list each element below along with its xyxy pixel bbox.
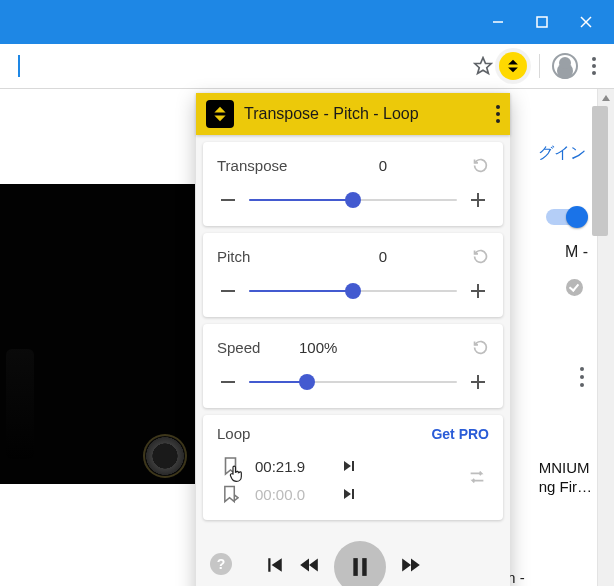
- verified-badge-icon: [566, 279, 583, 296]
- svg-marker-8: [214, 107, 225, 113]
- fast-forward-button[interactable]: [400, 556, 422, 578]
- browser-toolbar: [0, 44, 614, 89]
- svg-marker-9: [214, 116, 225, 122]
- transpose-extension-icon[interactable]: [499, 52, 527, 80]
- scrollbar-thumb[interactable]: [592, 106, 608, 236]
- pitch-slider[interactable]: [249, 281, 457, 301]
- window-maximize-button[interactable]: [520, 0, 564, 44]
- svg-marker-4: [475, 58, 492, 74]
- scrollbar-up-arrow[interactable]: [598, 89, 614, 106]
- recommendation-title[interactable]: MNIUM ng Fir…: [539, 459, 592, 497]
- speed-value: 100%: [295, 339, 471, 356]
- window-minimize-button[interactable]: [476, 0, 520, 44]
- svg-marker-21: [411, 558, 420, 571]
- window-close-button[interactable]: [564, 0, 608, 44]
- login-link[interactable]: グイン: [538, 143, 586, 164]
- loop-end-skip-button[interactable]: [339, 487, 359, 501]
- help-button[interactable]: ?: [210, 553, 232, 575]
- video-player[interactable]: [0, 184, 195, 484]
- loop-end-bookmark-icon[interactable]: [217, 484, 243, 504]
- pitch-increase-button[interactable]: [467, 281, 489, 301]
- speed-reset-button[interactable]: [471, 339, 489, 356]
- transpose-decrease-button[interactable]: [217, 190, 239, 210]
- transpose-label: Transpose: [217, 157, 295, 174]
- svg-rect-18: [353, 558, 357, 576]
- bookmark-star-icon[interactable]: [473, 56, 493, 76]
- loop-end-row: 00:00.0: [217, 480, 489, 508]
- extension-popup: Transpose - Pitch - Loop Transpose 0 Pit…: [196, 93, 510, 586]
- recommendation-text-fragment: M -: [565, 243, 588, 261]
- loop-repeat-icon[interactable]: [467, 469, 489, 489]
- svg-marker-7: [602, 95, 610, 101]
- pitch-reset-button[interactable]: [471, 248, 489, 265]
- svg-marker-20: [402, 558, 411, 571]
- get-pro-link[interactable]: Get PRO: [431, 426, 489, 442]
- page-scrollbar[interactable]: [597, 89, 614, 586]
- transpose-panel: Transpose 0: [203, 142, 503, 226]
- cursor-hand-icon: [227, 464, 244, 484]
- autoplay-toggle[interactable]: [546, 209, 584, 225]
- recommendation-title-line2: ng Fir…: [539, 478, 592, 497]
- browser-menu-icon[interactable]: [584, 57, 604, 75]
- loop-start-skip-button[interactable]: [339, 459, 359, 473]
- popup-logo-icon: [206, 100, 234, 128]
- video-watermark-icon: [143, 434, 187, 478]
- skip-previous-button[interactable]: [266, 556, 284, 578]
- pitch-decrease-button[interactable]: [217, 281, 239, 301]
- pitch-value: 0: [295, 248, 471, 265]
- pitch-label: Pitch: [217, 248, 295, 265]
- speed-decrease-button[interactable]: [217, 372, 239, 392]
- svg-marker-15: [272, 558, 282, 572]
- play-pause-button[interactable]: [334, 541, 386, 586]
- transpose-reset-button[interactable]: [471, 157, 489, 174]
- recommendation-title-line1: MNIUM: [539, 459, 592, 478]
- rewind-button[interactable]: [298, 556, 320, 578]
- svg-marker-5: [508, 60, 518, 65]
- transpose-increase-button[interactable]: [467, 190, 489, 210]
- popup-title: Transpose - Pitch - Loop: [244, 105, 486, 123]
- svg-marker-6: [508, 67, 518, 72]
- svg-rect-14: [268, 558, 270, 572]
- toolbar-separator: [539, 54, 540, 78]
- svg-rect-1: [537, 17, 547, 27]
- speed-label: Speed: [217, 339, 295, 356]
- loop-start-row: 00:21.9: [217, 452, 489, 480]
- svg-marker-10: [344, 461, 351, 471]
- svg-marker-12: [344, 489, 351, 499]
- window-titlebar: [0, 0, 614, 44]
- speed-panel: Speed 100%: [203, 324, 503, 408]
- loop-start-bookmark-icon[interactable]: [217, 456, 243, 476]
- speed-increase-button[interactable]: [467, 372, 489, 392]
- svg-marker-16: [300, 558, 309, 571]
- popup-header: Transpose - Pitch - Loop: [196, 93, 510, 135]
- loop-end-time[interactable]: 00:00.0: [255, 486, 327, 503]
- svg-rect-19: [362, 558, 366, 576]
- svg-rect-13: [352, 489, 354, 499]
- address-bar-edge[interactable]: [12, 55, 20, 77]
- loop-start-time[interactable]: 00:21.9: [255, 458, 327, 475]
- loop-panel: Loop Get PRO 00:21.9 00:00.0: [203, 415, 503, 520]
- transpose-value: 0: [295, 157, 471, 174]
- svg-marker-17: [309, 558, 318, 571]
- popup-menu-icon[interactable]: [496, 105, 500, 123]
- video-content-figure: [6, 349, 34, 459]
- recommendation-more-icon[interactable]: [580, 367, 584, 387]
- profile-avatar-icon[interactable]: [552, 53, 578, 79]
- transpose-slider[interactable]: [249, 190, 457, 210]
- loop-label: Loop: [217, 425, 250, 442]
- transport-bar: ? 00:22 / 05:49: [196, 527, 510, 586]
- svg-rect-11: [352, 461, 354, 471]
- speed-slider[interactable]: [249, 372, 457, 392]
- pitch-panel: Pitch 0: [203, 233, 503, 317]
